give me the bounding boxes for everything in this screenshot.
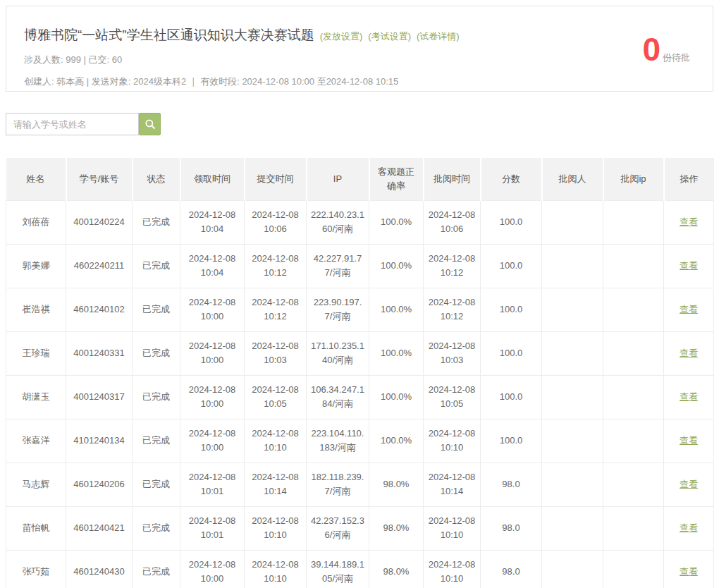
pending-review-counter: 0 份待批 xyxy=(642,33,690,66)
page-title: 博雅书院“一站式”学生社区通识知识大赛决赛试题 xyxy=(24,26,314,44)
cell-action: 查看 xyxy=(664,244,714,288)
table-header-row: 姓名学号/账号状态领取时间提交时间IP客观题正确率批阅时间分数批阅人批阅ip操作 xyxy=(6,158,714,200)
column-header-2: 状态 xyxy=(133,158,180,200)
cell-ip: 182.118.239.7/河南 xyxy=(307,463,369,506)
cell-action: 查看 xyxy=(664,419,714,463)
cell-receive-time: 2024-12-08 10:01 xyxy=(180,506,245,550)
table-row: 刘蓓蓓4001240224已完成2024-12-08 10:042024-12-… xyxy=(6,200,714,244)
cell-status: 已完成 xyxy=(133,550,180,588)
cell-review-time: 2024-12-08 10:12 xyxy=(424,288,481,331)
cell-reviewer xyxy=(542,375,603,419)
column-header-5: IP xyxy=(307,158,369,200)
view-link[interactable]: 查看 xyxy=(680,216,698,227)
table-row: 张嘉洋4101240134已完成2024-12-08 10:002024-12-… xyxy=(6,419,714,463)
cell-status: 已完成 xyxy=(133,288,180,331)
cell-submit-time: 2024-12-08 10:05 xyxy=(245,375,307,419)
cell-status: 已完成 xyxy=(133,463,180,506)
paper-details-link[interactable]: (试卷详情) xyxy=(417,30,460,43)
cell-ip: 171.10.235.140/河南 xyxy=(307,331,369,375)
cell-name: 刘蓓蓓 xyxy=(6,200,66,244)
cell-ip: 42.227.91.77/河南 xyxy=(307,244,369,288)
cell-student-id: 4001240317 xyxy=(66,375,133,419)
cell-review-ip xyxy=(603,506,664,550)
view-link[interactable]: 查看 xyxy=(680,391,698,402)
cell-status: 已完成 xyxy=(133,331,180,375)
cell-review-ip xyxy=(603,200,664,244)
cell-receive-time: 2024-12-08 10:04 xyxy=(180,244,245,288)
cell-action: 查看 xyxy=(664,375,714,419)
cell-action: 查看 xyxy=(664,331,714,375)
cell-submit-time: 2024-12-08 10:10 xyxy=(245,506,307,550)
view-link[interactable]: 查看 xyxy=(680,348,698,358)
column-header-1: 学号/账号 xyxy=(66,158,133,200)
cell-review-time: 2024-12-08 10:05 xyxy=(424,375,481,419)
view-link[interactable]: 查看 xyxy=(680,522,698,533)
stats-line: 涉及人数: 999 | 已交: 60 xyxy=(24,54,695,66)
column-header-7: 批阅时间 xyxy=(424,158,481,200)
cell-name: 张嘉洋 xyxy=(6,419,66,463)
cell-submit-time: 2024-12-08 10:12 xyxy=(245,288,307,331)
cell-accuracy: 98.0% xyxy=(369,463,424,506)
exam-header-card: 博雅书院“一站式”学生社区通识知识大赛决赛试题 (发放设置) (考试设置) (试… xyxy=(6,6,713,92)
cell-review-ip xyxy=(603,331,664,375)
results-table: 姓名学号/账号状态领取时间提交时间IP客观题正确率批阅时间分数批阅人批阅ip操作… xyxy=(6,158,714,588)
cell-receive-time: 2024-12-08 10:00 xyxy=(180,288,245,331)
cell-submit-time: 2024-12-08 10:12 xyxy=(245,244,307,288)
cell-reviewer xyxy=(542,288,603,331)
view-link[interactable]: 查看 xyxy=(680,435,698,446)
cell-review-ip xyxy=(603,288,664,331)
cell-ip: 106.34.247.184/河南 xyxy=(307,375,369,419)
cell-action: 查看 xyxy=(664,463,714,506)
view-link[interactable]: 查看 xyxy=(680,566,698,577)
cell-score: 100.0 xyxy=(481,200,542,244)
cell-receive-time: 2024-12-08 10:04 xyxy=(180,200,245,244)
cell-action: 查看 xyxy=(664,288,714,331)
cell-name: 郭美娜 xyxy=(6,244,66,288)
cell-review-ip xyxy=(603,550,664,588)
column-header-9: 批阅人 xyxy=(542,158,603,200)
cell-score: 98.0 xyxy=(481,550,542,588)
cell-submit-time: 2024-12-08 10:03 xyxy=(245,331,307,375)
cell-student-id: 4601240206 xyxy=(66,463,133,506)
cell-name: 胡潇玉 xyxy=(6,375,66,419)
search-button[interactable] xyxy=(139,113,161,135)
cell-receive-time: 2024-12-08 10:00 xyxy=(180,375,245,419)
cell-name: 王珍瑞 xyxy=(6,331,66,375)
cell-review-time: 2024-12-08 10:10 xyxy=(424,419,481,463)
table-row: 马志辉4601240206已完成2024-12-08 10:012024-12-… xyxy=(6,463,714,506)
cell-reviewer xyxy=(542,200,603,244)
cell-review-time: 2024-12-08 10:14 xyxy=(424,463,481,506)
cell-accuracy: 98.0% xyxy=(369,550,424,588)
cell-receive-time: 2024-12-08 10:00 xyxy=(180,331,245,375)
column-header-4: 提交时间 xyxy=(245,158,307,200)
cell-submit-time: 2024-12-08 10:10 xyxy=(245,419,307,463)
cell-student-id: 4001240224 xyxy=(66,200,133,244)
cell-student-id: 4601240421 xyxy=(66,506,133,550)
cell-accuracy: 98.0% xyxy=(369,506,424,550)
cell-accuracy: 100.0% xyxy=(369,200,424,244)
cell-status: 已完成 xyxy=(133,419,180,463)
cell-submit-time: 2024-12-08 10:14 xyxy=(245,463,307,506)
cell-review-ip xyxy=(603,244,664,288)
cell-review-time: 2024-12-08 10:10 xyxy=(424,550,481,588)
pending-count: 0 xyxy=(642,33,660,66)
view-link[interactable]: 查看 xyxy=(680,479,698,489)
cell-review-ip xyxy=(603,375,664,419)
distribution-settings-link[interactable]: (发放设置) xyxy=(320,30,363,43)
table-row: 苗怡帆4601240421已完成2024-12-08 10:012024-12-… xyxy=(6,506,714,550)
cell-reviewer xyxy=(542,463,603,506)
cell-review-ip xyxy=(603,463,664,506)
search-icon xyxy=(144,118,156,130)
cell-reviewer xyxy=(542,331,603,375)
cell-status: 已完成 xyxy=(133,375,180,419)
cell-review-time: 2024-12-08 10:06 xyxy=(424,200,481,244)
view-link[interactable]: 查看 xyxy=(680,260,698,271)
view-link[interactable]: 查看 xyxy=(680,304,698,314)
cell-reviewer xyxy=(542,550,603,588)
search-input[interactable] xyxy=(6,113,139,135)
cell-student-id: 4101240134 xyxy=(66,419,133,463)
exam-settings-link[interactable]: (考试设置) xyxy=(368,30,411,43)
table-row: 王珍瑞4001240331已完成2024-12-08 10:002024-12-… xyxy=(6,331,714,375)
search-bar xyxy=(6,113,713,135)
cell-accuracy: 100.0% xyxy=(369,244,424,288)
